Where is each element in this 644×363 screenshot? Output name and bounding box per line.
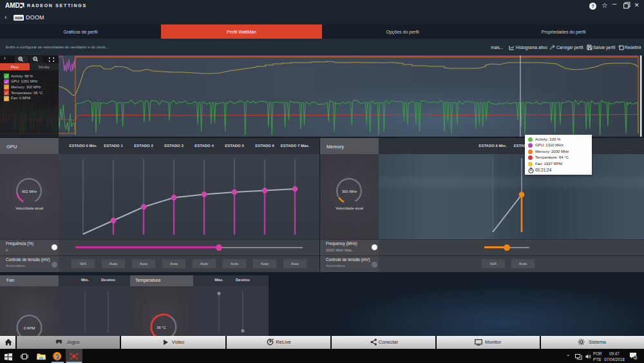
svg-text:1: 1	[634, 356, 636, 360]
